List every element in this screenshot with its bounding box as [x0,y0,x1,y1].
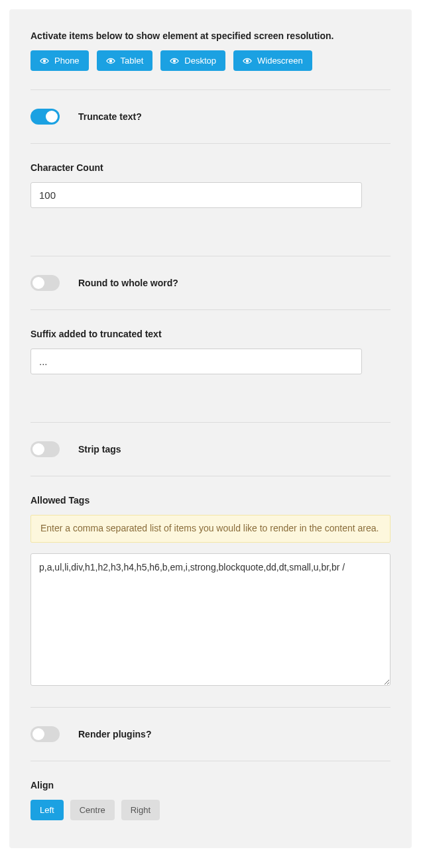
resolution-intro: Activate items below to show element at … [30,30,391,41]
allowed-tags-input[interactable] [30,553,391,686]
svg-point-2 [174,60,176,62]
render-plugins-label: Render plugins? [78,729,151,739]
svg-point-1 [109,60,111,62]
align-right-button[interactable]: Right [121,800,160,820]
truncate-section: Truncate text? [30,89,391,143]
eye-icon [40,58,49,64]
eye-icon [243,58,252,64]
character-count-input[interactable] [30,182,362,208]
settings-panel: Activate items below to show element at … [9,9,412,848]
resolution-tablet-button[interactable]: Tablet [97,50,153,71]
suffix-section: Suffix added to truncated text [30,309,391,406]
eye-icon [106,58,115,64]
round-word-section: Round to whole word? [30,256,391,309]
align-centre-button[interactable]: Centre [70,800,115,820]
round-word-toggle[interactable] [30,275,60,291]
resolution-phone-button[interactable]: Phone [30,50,89,71]
render-plugins-section: Render plugins? [30,707,391,761]
truncate-label: Truncate text? [78,111,142,122]
align-section: Align Left Centre Right [30,761,391,827]
suffix-label: Suffix added to truncated text [30,329,391,339]
align-label: Align [30,780,391,790]
resolution-widescreen-button[interactable]: Widescreen [233,50,312,71]
round-word-label: Round to whole word? [78,278,178,288]
resolution-widescreen-label: Widescreen [257,56,303,66]
resolution-tablet-label: Tablet [121,56,144,66]
truncate-toggle[interactable] [30,109,60,125]
strip-tags-section: Strip tags [30,422,391,476]
resolution-desktop-button[interactable]: Desktop [160,50,225,71]
suffix-input[interactable] [30,349,362,374]
resolution-section: Activate items below to show element at … [30,30,391,89]
svg-point-0 [43,60,45,62]
align-left-button[interactable]: Left [30,800,64,820]
render-plugins-toggle[interactable] [30,726,60,742]
eye-icon [170,58,179,64]
allowed-tags-hint: Enter a comma separated list of items yo… [30,515,391,543]
character-count-label: Character Count [30,162,391,173]
svg-point-3 [246,60,248,62]
strip-tags-label: Strip tags [78,444,121,455]
allowed-tags-section: Allowed Tags Enter a comma separated lis… [30,476,391,707]
resolution-buttons: Phone Tablet Desktop Widescreen [30,50,391,71]
align-options: Left Centre Right [30,800,391,820]
strip-tags-toggle[interactable] [30,441,60,457]
resolution-phone-label: Phone [54,56,80,66]
allowed-tags-label: Allowed Tags [30,495,391,506]
resolution-desktop-label: Desktop [184,56,216,66]
character-count-section: Character Count [30,143,391,240]
